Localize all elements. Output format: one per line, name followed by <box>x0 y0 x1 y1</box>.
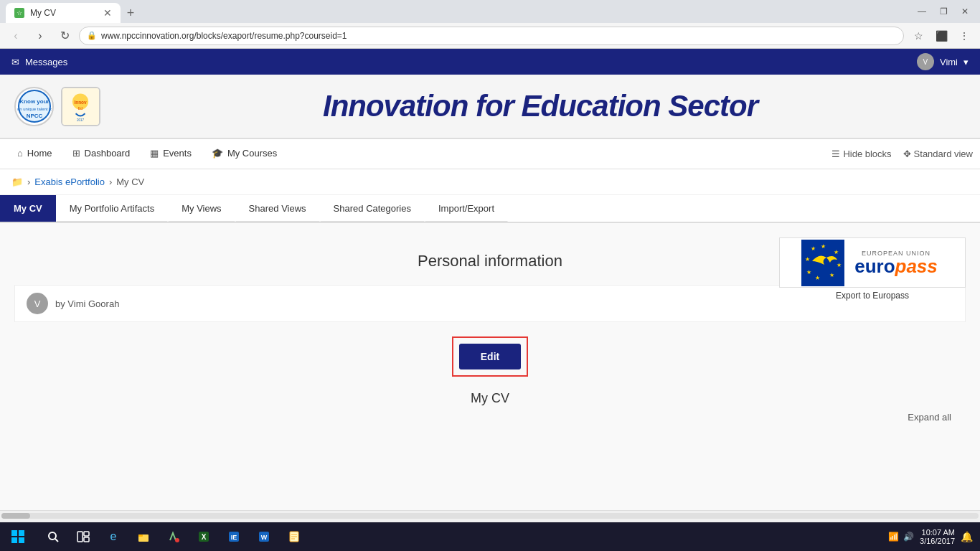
svg-text:own unique talent too: own unique talent too <box>17 107 52 111</box>
author-avatar: V <box>27 293 48 314</box>
minimize-button[interactable]: — <box>913 2 931 21</box>
svg-text:2017: 2017 <box>77 118 85 122</box>
nav-dashboard-label: Dashboard <box>85 148 131 159</box>
svg-text:Know your: Know your <box>19 98 49 105</box>
standard-view-label: Standard view <box>914 149 973 159</box>
edit-button-wrapper: Edit <box>452 336 528 377</box>
svg-text:★: ★ <box>805 256 810 263</box>
expand-all: Expand all <box>14 406 966 428</box>
tab-shared-categories[interactable]: Shared Categories <box>320 195 425 222</box>
portfolio-tabs: My CV My Portfolio Artifacts My Views Sh… <box>0 195 980 223</box>
forward-button[interactable]: › <box>30 26 50 46</box>
nav-bar: ⌂ Home ⊞ Dashboard ▦ Events 🎓 My Courses… <box>0 139 980 169</box>
messages-label: Messages <box>25 57 67 67</box>
url-text: www.npccinnovation.org/blocks/exaport/re… <box>101 31 896 41</box>
breadcrumb: 📁 › Exabis ePortfolio › My CV <box>0 169 980 195</box>
tab-portfolio-artifacts[interactable]: My Portfolio Artifacts <box>56 195 168 222</box>
npcc-logo: Know your own unique talent too NPCC <box>14 87 54 126</box>
browser-toolbar: ‹ › ↻ 🔒 www.npccinnovation.org/blocks/ex… <box>0 23 980 49</box>
scrollbar-thumb[interactable] <box>1 513 30 519</box>
nav-items: ⌂ Home ⊞ Dashboard ▦ Events 🎓 My Courses <box>7 139 831 169</box>
address-bar[interactable]: 🔒 www.npccinnovation.org/blocks/exaport/… <box>79 27 904 45</box>
cv-subtitle: My CV <box>14 391 966 406</box>
svg-text:★: ★ <box>821 243 826 250</box>
courses-icon: 🎓 <box>212 148 223 159</box>
nav-mycourses[interactable]: 🎓 My Courses <box>202 139 287 169</box>
messages-bar: ✉ Messages V Vimi ▾ <box>0 49 980 75</box>
edit-button-area: Edit <box>14 336 966 377</box>
europass-logo: ★ ★ ★ ★ ★ ★ ★ ★ <box>779 237 966 288</box>
nav-dashboard[interactable]: ⊞ Dashboard <box>62 139 141 169</box>
svg-text:Ed: Ed <box>78 105 83 110</box>
new-tab-button[interactable]: + <box>121 3 141 23</box>
breadcrumb-sep1: › <box>27 176 30 187</box>
hide-blocks-icon: ☰ <box>831 149 840 159</box>
nav-home-label: Home <box>27 148 52 159</box>
site-header: Know your own unique talent too NPCC Inn… <box>0 75 980 139</box>
browser-tab-active[interactable]: ☆ My CV ✕ <box>6 3 121 23</box>
svg-text:★: ★ <box>834 249 839 255</box>
nav-right: ☰ Hide blocks ✥ Standard view <box>831 149 973 159</box>
refresh-button[interactable]: ↻ <box>55 26 75 46</box>
standard-view-btn[interactable]: ✥ Standard view <box>903 149 973 159</box>
logo-area: Know your own unique talent too NPCC Inn… <box>14 87 100 126</box>
hide-blocks-btn[interactable]: ☰ Hide blocks <box>831 149 891 159</box>
svg-text:★: ★ <box>837 262 842 268</box>
dashboard-icon: ⊞ <box>72 148 80 159</box>
scrollbar-track <box>1 513 979 519</box>
bottom-scrollbar[interactable] <box>0 510 980 520</box>
breadcrumb-current: My CV <box>116 176 144 187</box>
edit-button[interactable]: Edit <box>459 344 521 369</box>
svg-text:NPCC: NPCC <box>26 113 42 119</box>
europass-export-link[interactable]: Export to Europass <box>779 291 966 301</box>
author-fullname: Vimi Goorah <box>67 298 119 309</box>
toolbar-actions: ☆ ⬛ ⋮ <box>908 26 974 46</box>
europass-area: ★ ★ ★ ★ ★ ★ ★ ★ <box>779 237 966 301</box>
menu-button[interactable]: ⋮ <box>954 26 974 46</box>
bookmark-button[interactable]: ☆ <box>908 26 928 46</box>
site-title: Innovation for Education Sector <box>115 89 966 123</box>
back-button[interactable]: ‹ <box>6 26 26 46</box>
window-controls: — ❐ ✕ <box>913 2 974 21</box>
tab-close-button[interactable]: ✕ <box>103 7 112 19</box>
tab-shared-views[interactable]: Shared Views <box>235 195 320 222</box>
close-button[interactable]: ✕ <box>956 2 974 21</box>
svg-text:★: ★ <box>806 269 811 276</box>
user-avatar: V <box>917 53 934 70</box>
breadcrumb-sep2: › <box>109 176 112 187</box>
tab-favicon: ☆ <box>14 8 24 18</box>
nav-events[interactable]: ▦ Events <box>140 139 202 169</box>
author-prefix: by <box>55 298 65 309</box>
nav-mycourses-label: My Courses <box>227 148 277 159</box>
extensions-button[interactable]: ⬛ <box>931 26 951 46</box>
maximize-button[interactable]: ❐ <box>934 2 953 21</box>
svg-text:★: ★ <box>829 272 834 278</box>
lock-icon: 🔒 <box>87 31 97 40</box>
innov-logo: Innov Ed 2017 <box>61 87 100 126</box>
svg-text:★: ★ <box>815 275 820 281</box>
standard-view-icon: ✥ <box>903 149 911 159</box>
nav-events-label: Events <box>163 148 192 159</box>
hide-blocks-label: Hide blocks <box>843 149 891 159</box>
messages-left[interactable]: ✉ Messages <box>11 57 67 67</box>
tab-import-export[interactable]: Import/Export <box>425 195 508 222</box>
tab-my-views[interactable]: My Views <box>168 195 235 222</box>
author-name: by Vimi Goorah <box>55 298 119 309</box>
tab-label: My CV <box>30 8 56 18</box>
svg-text:Innov: Innov <box>74 100 87 105</box>
svg-text:★: ★ <box>811 245 816 252</box>
user-dropdown-arrow[interactable]: ▾ <box>963 57 969 67</box>
user-name-label: Vimi <box>940 57 958 67</box>
breadcrumb-home-icon: 📁 <box>11 176 23 187</box>
breadcrumb-eportfolio-link[interactable]: Exabis ePortfolio <box>34 176 105 187</box>
events-icon: ▦ <box>150 148 159 159</box>
tab-my-cv[interactable]: My CV <box>0 195 56 222</box>
home-icon: ⌂ <box>17 148 23 159</box>
expand-all-text[interactable]: Expand all <box>908 412 951 423</box>
nav-home[interactable]: ⌂ Home <box>7 139 62 169</box>
envelope-icon: ✉ <box>11 57 19 67</box>
messages-right[interactable]: V Vimi ▾ <box>917 53 969 70</box>
main-content: ★ ★ ★ ★ ★ ★ ★ ★ <box>0 223 980 510</box>
